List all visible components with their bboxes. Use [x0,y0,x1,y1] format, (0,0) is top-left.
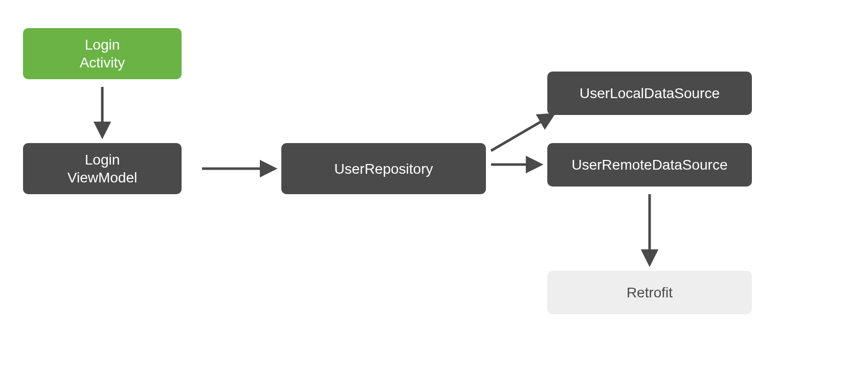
node-login-viewmodel-line1: Login [85,152,120,168]
node-login-activity-line1: Login [85,37,120,53]
node-login-viewmodel: Login ViewModel [23,143,182,194]
node-retrofit-label: Retrofit [627,284,673,301]
node-login-activity: Login Activity [23,28,182,79]
arrow-repository-to-local [491,115,552,151]
node-user-repository-label: UserRepository [335,160,433,178]
node-user-remote: UserRemoteDataSource [547,143,752,187]
node-login-viewmodel-line2: ViewModel [68,170,137,185]
node-user-remote-label: UserRemoteDataSource [571,156,727,174]
node-login-activity-line2: Activity [80,55,125,71]
node-user-local: UserLocalDataSource [547,72,752,115]
node-retrofit: Retrofit [547,271,752,314]
node-user-repository: UserRepository [281,143,486,194]
node-user-local-label: UserLocalDataSource [580,84,720,102]
